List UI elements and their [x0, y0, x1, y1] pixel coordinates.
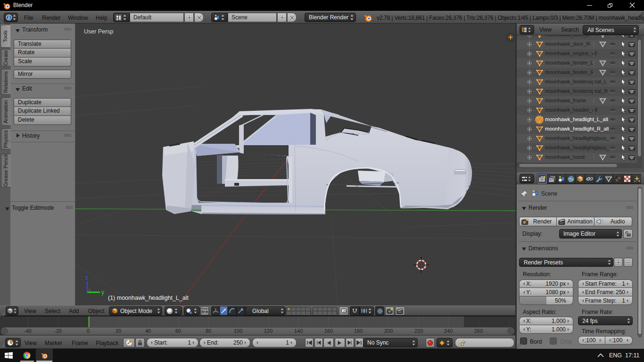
svg-text:(1) moonhawk_headlight_L_alt: (1) moonhawk_headlight_L_alt: [108, 295, 189, 301]
svg-text:z: z: [85, 274, 88, 281]
svg-text:y: y: [101, 289, 104, 296]
svg-text:User Persp: User Persp: [84, 28, 114, 35]
svg-text:x: x: [88, 287, 91, 293]
